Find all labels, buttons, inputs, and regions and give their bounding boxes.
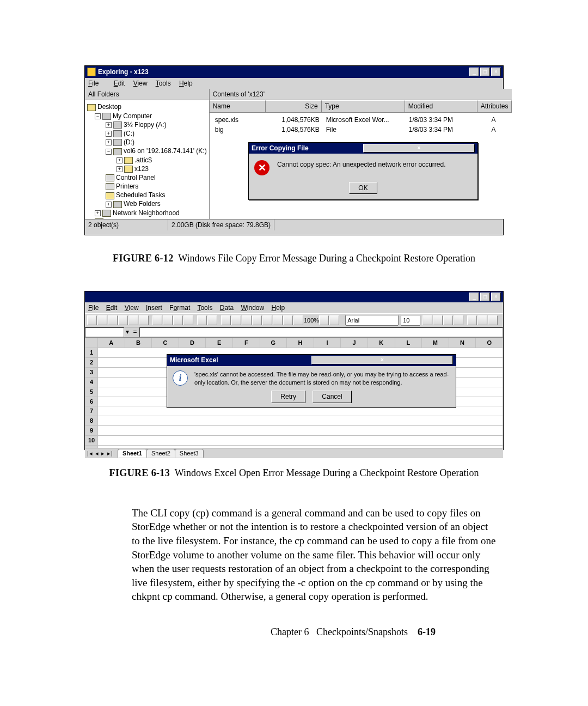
undo-icon[interactable] bbox=[197, 315, 207, 325]
tree-c[interactable]: (C:) bbox=[124, 130, 134, 137]
col-header[interactable]: J bbox=[341, 338, 368, 348]
row-header[interactable]: 6 bbox=[85, 397, 98, 406]
excel-toolbar[interactable]: 100% bbox=[85, 313, 503, 327]
bold-icon[interactable] bbox=[422, 315, 432, 325]
name-box[interactable] bbox=[85, 327, 124, 337]
zoom-value[interactable]: 100% bbox=[304, 317, 319, 325]
zoom-dropdown-icon[interactable] bbox=[319, 315, 329, 325]
tree-d[interactable]: (D:) bbox=[124, 138, 134, 146]
map-icon[interactable] bbox=[283, 315, 293, 325]
col-attributes[interactable]: Attributes bbox=[477, 100, 512, 112]
minimize-button[interactable]: _ bbox=[469, 68, 479, 76]
tree-attic[interactable]: .attic$ bbox=[134, 156, 152, 164]
tree-recycle[interactable]: Recycle Bin bbox=[105, 218, 139, 219]
expand-icon[interactable]: + bbox=[106, 202, 112, 208]
dialog-close-button[interactable]: × bbox=[363, 144, 475, 153]
tree-network[interactable]: Network Neighborhood bbox=[113, 209, 180, 217]
chart-icon[interactable] bbox=[273, 315, 283, 325]
menu-help[interactable]: Help bbox=[179, 80, 193, 87]
open-icon[interactable] bbox=[97, 315, 107, 325]
cut-icon[interactable] bbox=[152, 315, 162, 325]
select-all-cell[interactable] bbox=[85, 338, 98, 348]
col-header[interactable]: G bbox=[260, 338, 287, 348]
spreadsheet-grid[interactable]: A B C D E F G H I J K L M N O bbox=[85, 338, 503, 448]
save-icon[interactable] bbox=[108, 315, 118, 325]
align-icon[interactable] bbox=[454, 315, 463, 325]
close-button[interactable]: × bbox=[491, 293, 501, 301]
sort-asc-icon[interactable] bbox=[252, 315, 262, 325]
tree-printers[interactable]: Printers bbox=[116, 182, 138, 190]
row-header[interactable]: 4 bbox=[85, 377, 98, 387]
menu-file[interactable]: File bbox=[88, 304, 99, 312]
minimize-button[interactable]: _ bbox=[469, 293, 479, 301]
print-icon[interactable] bbox=[118, 315, 128, 325]
col-header[interactable]: O bbox=[476, 338, 503, 348]
redo-icon[interactable] bbox=[207, 315, 217, 325]
menu-edit[interactable]: Edit bbox=[114, 80, 125, 87]
drawing-icon[interactable] bbox=[293, 315, 303, 325]
row-header[interactable]: 7 bbox=[85, 406, 98, 416]
maximize-button[interactable]: □ bbox=[480, 68, 490, 76]
comma-icon[interactable] bbox=[488, 315, 498, 325]
help-icon[interactable] bbox=[329, 315, 339, 325]
sort-desc-icon[interactable] bbox=[262, 315, 272, 325]
expand-icon[interactable]: + bbox=[106, 139, 112, 145]
col-type[interactable]: Type bbox=[322, 100, 405, 112]
row-header[interactable]: 10 bbox=[85, 435, 98, 445]
row-header[interactable]: 1 bbox=[85, 348, 98, 358]
menu-file[interactable]: File bbox=[88, 80, 105, 87]
tree-webfolders[interactable]: Web Folders bbox=[124, 200, 161, 208]
tree-scheduled[interactable]: Scheduled Tasks bbox=[116, 191, 166, 199]
font-select[interactable] bbox=[345, 315, 399, 326]
expand-icon[interactable]: + bbox=[117, 166, 122, 172]
dialog-close-button[interactable]: × bbox=[311, 356, 453, 364]
hyperlink-icon[interactable] bbox=[221, 315, 231, 325]
expand-icon[interactable]: + bbox=[95, 210, 101, 216]
col-header[interactable]: B bbox=[125, 338, 152, 348]
menu-data[interactable]: Data bbox=[220, 304, 234, 312]
row-header[interactable]: 2 bbox=[85, 358, 98, 368]
folder-tree[interactable]: Desktop −My Computer +3½ Floppy (A:) +(C… bbox=[85, 100, 209, 219]
row-header[interactable]: 8 bbox=[85, 416, 98, 426]
file-list-header[interactable]: Name Size Type Modified Attributes bbox=[210, 100, 512, 112]
menu-tools[interactable]: Tools bbox=[197, 304, 212, 312]
col-header[interactable]: I bbox=[314, 338, 341, 348]
menu-format[interactable]: Format bbox=[169, 304, 190, 312]
sheet-tab[interactable]: Sheet2 bbox=[146, 449, 175, 458]
expand-icon[interactable]: + bbox=[117, 157, 122, 163]
new-icon[interactable] bbox=[87, 315, 97, 325]
explorer-menubar[interactable]: File Edit View Tools Help bbox=[85, 78, 503, 89]
copy-icon[interactable] bbox=[163, 315, 173, 325]
formula-bar[interactable]: ▾ = bbox=[85, 327, 503, 338]
paste-icon[interactable] bbox=[173, 315, 183, 325]
cancel-button[interactable]: Cancel bbox=[313, 391, 351, 403]
tree-desktop[interactable]: Desktop bbox=[97, 103, 121, 111]
italic-icon[interactable] bbox=[433, 315, 443, 325]
spell-icon[interactable] bbox=[139, 315, 149, 325]
row-header[interactable]: 11 bbox=[85, 445, 98, 448]
tree-vol6[interactable]: vol6 on '192.168.74.141' (K:) bbox=[124, 147, 207, 155]
col-header[interactable]: D bbox=[179, 338, 206, 348]
sheet-tab[interactable]: Sheet3 bbox=[175, 449, 204, 458]
menu-help[interactable]: Help bbox=[272, 304, 285, 312]
menu-view[interactable]: View bbox=[133, 80, 148, 87]
currency-icon[interactable] bbox=[467, 315, 477, 325]
col-header[interactable]: L bbox=[395, 338, 422, 348]
fx-icon[interactable] bbox=[242, 315, 252, 325]
tree-x123[interactable]: x123 bbox=[134, 165, 149, 173]
col-header[interactable]: M bbox=[422, 338, 449, 348]
maximize-button[interactable]: □ bbox=[480, 293, 490, 301]
percent-icon[interactable] bbox=[477, 315, 487, 325]
expand-icon[interactable]: − bbox=[95, 113, 101, 119]
menu-view[interactable]: View bbox=[125, 304, 139, 312]
preview-icon[interactable] bbox=[128, 315, 138, 325]
autosum-icon[interactable] bbox=[231, 315, 241, 325]
sheet-tab[interactable]: Sheet1 bbox=[118, 449, 147, 458]
col-header[interactable]: K bbox=[367, 338, 395, 348]
col-header[interactable]: A bbox=[98, 338, 125, 348]
tree-floppy[interactable]: 3½ Floppy (A:) bbox=[124, 121, 167, 129]
col-modified[interactable]: Modified bbox=[405, 100, 477, 112]
formula-input[interactable] bbox=[139, 327, 503, 337]
tab-nav-buttons[interactable]: |◂ ◂ ▸ ▸| bbox=[87, 449, 113, 458]
format-painter-icon[interactable] bbox=[183, 315, 193, 325]
